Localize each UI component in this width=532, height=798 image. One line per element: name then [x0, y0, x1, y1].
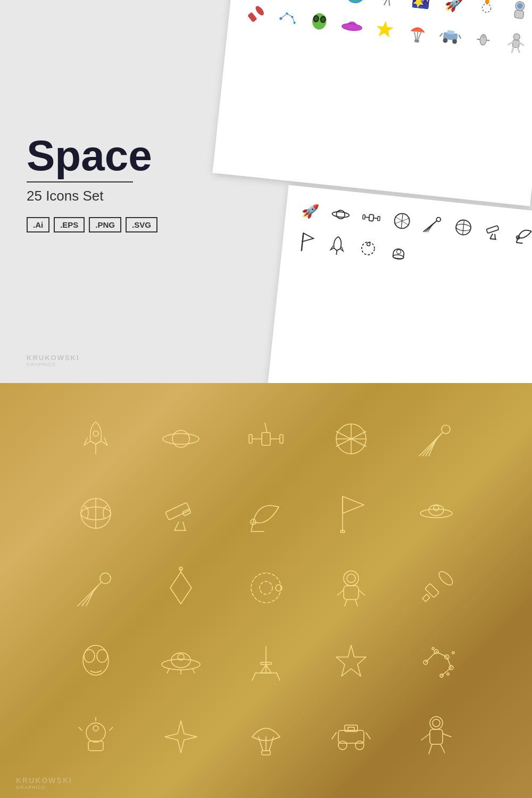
svg-line-75	[463, 220, 464, 235]
svg-line-55	[519, 43, 523, 45]
svg-line-82	[517, 243, 523, 243]
gold-rocket-small	[396, 553, 476, 622]
svg-line-157	[277, 673, 280, 680]
gold-probe2	[56, 702, 136, 771]
gold-ufo-saturn	[396, 479, 476, 548]
svg-line-165	[426, 652, 436, 662]
gold-saturn	[141, 404, 221, 473]
outline-rocket: 🚀	[295, 197, 325, 226]
svg-rect-97	[249, 435, 252, 443]
svg-line-57	[517, 48, 520, 52]
svg-line-142	[355, 600, 358, 606]
outline-satellite	[357, 203, 386, 232]
svg-line-129	[82, 586, 98, 606]
gold-launch-pad	[226, 628, 306, 697]
product-title: Space	[27, 135, 202, 177]
format-svg: .SVG	[126, 217, 157, 232]
svg-line-54	[509, 41, 513, 45]
outline-saturn	[326, 200, 355, 229]
svg-line-181	[269, 737, 273, 751]
svg-point-170	[452, 652, 454, 654]
svg-line-140	[359, 590, 365, 595]
watermark-top: KRUKOWSKI graphics	[27, 354, 80, 367]
svg-line-130	[86, 589, 95, 606]
svg-rect-138	[344, 586, 359, 600]
gold-parachute	[226, 702, 306, 771]
format-eps: .EPS	[54, 217, 85, 232]
icon-sun-star	[471, 0, 502, 22]
svg-line-79	[490, 239, 496, 239]
svg-line-175	[79, 727, 82, 730]
svg-marker-178	[165, 721, 197, 753]
svg-line-108	[426, 437, 438, 456]
svg-rect-63	[363, 215, 365, 219]
outline-flag	[292, 227, 321, 256]
svg-marker-122	[343, 496, 364, 513]
bottom-section: KRUKOWSKI graphics	[0, 383, 532, 798]
icon-parachute	[402, 18, 433, 48]
format-png: .PNG	[89, 217, 121, 232]
svg-line-27	[287, 13, 293, 16]
icon-rover	[435, 21, 466, 52]
svg-point-147	[97, 650, 107, 662]
svg-marker-159	[336, 645, 366, 676]
svg-point-15	[482, 3, 492, 13]
svg-point-190	[430, 717, 443, 729]
icon-earth	[340, 0, 371, 9]
gold-meteor	[56, 553, 136, 622]
colored-icons-paper: 🦸	[212, 0, 532, 206]
gold-earth	[56, 479, 136, 548]
svg-rect-98	[280, 435, 283, 443]
svg-point-136	[344, 571, 359, 586]
svg-line-78	[494, 234, 496, 239]
svg-marker-37	[376, 20, 394, 38]
svg-line-115	[174, 522, 179, 530]
svg-rect-94	[262, 433, 270, 445]
gold-probe-antenna	[141, 553, 221, 622]
svg-point-126	[434, 505, 439, 511]
outline-rocket2	[323, 230, 352, 260]
gold-rover	[311, 702, 391, 771]
svg-rect-182	[262, 751, 270, 755]
watermark-bottom: KRUKOWSKI graphics	[16, 776, 72, 790]
icon-comet: 🌠	[406, 0, 436, 15]
svg-line-166	[436, 652, 447, 657]
gold-ufo2	[141, 628, 221, 697]
gold-satellite	[226, 404, 306, 473]
svg-line-196	[440, 744, 445, 753]
svg-rect-76	[486, 226, 498, 234]
outline-sun-dashed	[353, 234, 383, 263]
svg-line-39	[417, 32, 418, 40]
svg-line-46	[440, 33, 443, 37]
svg-line-193	[421, 734, 430, 740]
icon-telescope	[373, 0, 403, 12]
svg-point-143	[437, 569, 455, 587]
svg-point-184	[338, 741, 347, 750]
svg-point-59	[332, 211, 350, 218]
svg-rect-189	[348, 727, 354, 730]
icon-astronaut-suit	[504, 0, 532, 26]
preview-area: 🦸	[181, 0, 532, 383]
svg-line-179	[259, 737, 263, 751]
svg-line-99	[265, 423, 267, 433]
svg-rect-113	[165, 502, 190, 520]
outline-helmet	[384, 237, 413, 267]
icon-flag-pole	[307, 0, 338, 5]
svg-point-185	[355, 741, 364, 750]
svg-line-68	[394, 217, 410, 226]
svg-line-13	[384, 0, 387, 5]
outline-dish	[510, 219, 532, 248]
icon-star-yellow	[370, 14, 400, 45]
svg-rect-21	[247, 12, 257, 23]
svg-point-127	[100, 573, 111, 584]
svg-rect-60	[369, 214, 373, 221]
svg-line-56	[512, 47, 513, 53]
svg-point-91	[93, 431, 98, 436]
svg-point-169	[432, 647, 434, 650]
svg-point-25	[293, 21, 296, 24]
svg-point-125	[429, 505, 444, 516]
icon-constellation	[271, 4, 302, 34]
svg-line-69	[423, 219, 437, 233]
svg-rect-41	[414, 39, 419, 43]
svg-rect-144	[425, 584, 439, 598]
